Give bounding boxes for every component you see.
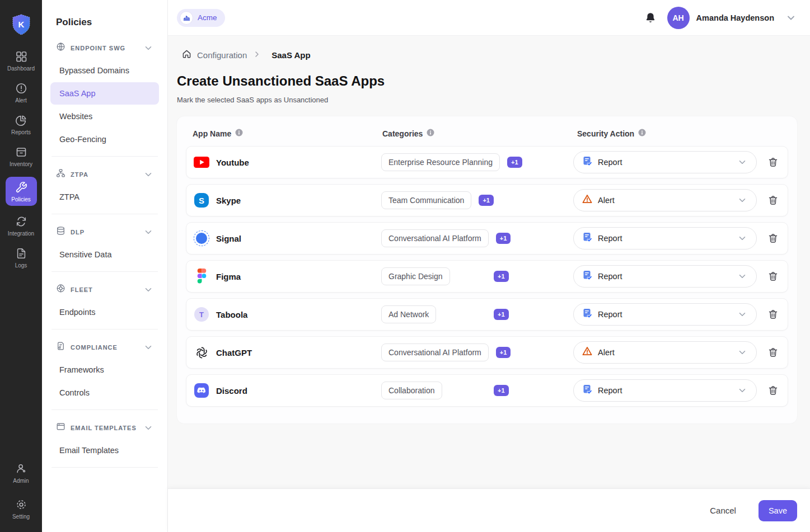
delete-row-button[interactable]	[765, 230, 781, 246]
sidebar-item-sensitive-data[interactable]: Sensitive Data	[50, 243, 159, 266]
sidebar-item-geo-fencing[interactable]: Geo-Fencing	[50, 128, 159, 150]
org-switcher[interactable]: Acme	[177, 9, 225, 27]
extra-categories-badge[interactable]: +1	[496, 233, 511, 244]
document-gear-icon	[56, 341, 65, 353]
category-chip: Team Communication	[381, 191, 471, 209]
gear-icon	[15, 498, 27, 511]
rail-item-dashboard[interactable]: Dashboard	[6, 49, 37, 73]
section-header-fleet[interactable]: FLEET	[50, 280, 159, 300]
section-header-email-templates[interactable]: EMAIL TEMPLATES	[50, 418, 159, 439]
sidebar-item-frameworks[interactable]: Frameworks	[50, 359, 159, 381]
chevron-down-icon[interactable]	[785, 12, 797, 23]
sidebar-item-controls[interactable]: Controls	[50, 382, 159, 404]
rail-item-policies[interactable]: Policies	[6, 177, 37, 206]
delete-row-button[interactable]	[765, 154, 781, 170]
page-content: Configuration SaaS App Create Unsanction…	[168, 36, 810, 488]
column-security-action: Security Action	[573, 129, 749, 138]
chevron-down-icon	[737, 347, 747, 357]
extra-categories-badge[interactable]: +1	[496, 347, 511, 358]
rail-item-reports[interactable]: Reports	[6, 113, 37, 136]
chevron-down-icon[interactable]	[143, 423, 153, 433]
table-row-youtube: Youtube Enterprise Resource Planning +1 …	[186, 146, 788, 178]
security-action-select[interactable]: Report	[573, 151, 757, 173]
security-action-select[interactable]: Alert	[573, 189, 757, 211]
extra-categories-badge[interactable]: +1	[479, 195, 494, 206]
breadcrumb-configuration[interactable]: Configuration	[197, 50, 247, 60]
extra-categories-badge[interactable]: +1	[494, 385, 509, 396]
table-row-figma: Figma Graphic Design +1 Report	[186, 260, 788, 293]
sidebar-item-endpoints[interactable]: Endpoints	[50, 301, 159, 323]
rail-item-label: Setting	[12, 514, 30, 520]
section-label: ZTPA	[71, 171, 88, 178]
home-icon[interactable]	[182, 49, 191, 61]
sidebar-section-compliance: COMPLIANCE Frameworks Controls	[50, 337, 159, 404]
brand-logo[interactable]: K	[11, 13, 32, 38]
chevron-down-icon	[737, 233, 747, 243]
save-button[interactable]: Save	[759, 500, 797, 521]
app-name: Signal	[216, 234, 241, 243]
delete-row-button[interactable]	[765, 192, 781, 208]
rail-item-label: Reports	[11, 129, 31, 135]
cancel-button[interactable]: Cancel	[704, 501, 742, 520]
rail-item-integration[interactable]: Integration	[6, 214, 37, 238]
info-icon[interactable]	[235, 129, 243, 138]
divider	[51, 156, 158, 157]
sidebar-section-email-templates: EMAIL TEMPLATES Email Templates	[50, 418, 159, 462]
extra-categories-badge[interactable]: +1	[494, 309, 509, 320]
column-label: Security Action	[577, 129, 634, 138]
chevron-down-icon[interactable]	[143, 285, 153, 295]
chevron-right-icon	[252, 50, 261, 61]
rail-item-admin[interactable]: Admin	[6, 462, 37, 485]
security-action-select[interactable]: Alert	[573, 341, 757, 364]
signal-icon	[193, 230, 210, 246]
chevron-down-icon[interactable]	[143, 170, 153, 180]
svg-text:K: K	[18, 20, 24, 29]
security-action-select[interactable]: Report	[573, 303, 757, 326]
globe-lock-icon	[56, 42, 65, 54]
chevron-down-icon[interactable]	[143, 43, 153, 53]
app-name: Figma	[216, 272, 241, 281]
breadcrumb: Configuration SaaS App	[176, 49, 798, 61]
table-row-signal: Signal Conversational AI Platform +1 Rep…	[186, 222, 788, 255]
section-header-ztpa[interactable]: ZTPA	[50, 164, 159, 185]
section-header-dlp[interactable]: DLP	[50, 222, 159, 243]
section-header-endpoint-swg[interactable]: ENDPOINT SWG	[50, 38, 159, 59]
sidebar-item-saas-app[interactable]: SaaS App	[50, 82, 159, 105]
section-label: FLEET	[71, 286, 93, 293]
topbar-right: AH Amanda Haydenson	[644, 7, 797, 29]
section-header-compliance[interactable]: COMPLIANCE	[50, 337, 159, 358]
rail-item-logs[interactable]: Logs	[6, 246, 37, 270]
security-action-value: Report	[598, 386, 622, 395]
extra-categories-badge[interactable]: +1	[494, 271, 509, 282]
extra-categories-badge[interactable]: +1	[507, 157, 522, 168]
delete-row-button[interactable]	[765, 269, 781, 284]
chevron-down-icon[interactable]	[143, 227, 153, 237]
rail-item-inventory[interactable]: Inventory	[6, 145, 37, 168]
sidebar-item-websites[interactable]: Websites	[50, 105, 159, 128]
sidebar-item-bypassed-domains[interactable]: Bypassed Domains	[50, 59, 159, 82]
divider	[51, 467, 158, 468]
category-chip: Ad Network	[381, 305, 436, 323]
report-icon	[582, 308, 593, 321]
security-action-value: Alert	[598, 348, 615, 357]
security-action-select[interactable]: Report	[573, 379, 757, 402]
section-label: ENDPOINT SWG	[71, 45, 125, 51]
chevron-down-icon	[737, 309, 747, 319]
info-icon[interactable]	[427, 129, 434, 138]
delete-row-button[interactable]	[765, 345, 781, 360]
sidebar-item-ztpa[interactable]: ZTPA	[50, 186, 159, 208]
app-name: Discord	[216, 386, 247, 396]
rail-item-label: Policies	[11, 196, 30, 203]
notifications-bell-icon[interactable]	[644, 11, 657, 25]
pie-chart-icon	[15, 114, 27, 126]
sidebar-item-email-templates[interactable]: Email Templates	[50, 439, 159, 462]
delete-row-button[interactable]	[765, 307, 781, 322]
rail-item-alert[interactable]: Alert	[6, 81, 37, 105]
security-action-select[interactable]: Report	[573, 265, 757, 288]
user-menu[interactable]: AH Amanda Haydenson	[667, 7, 797, 29]
delete-row-button[interactable]	[765, 383, 781, 398]
chevron-down-icon[interactable]	[143, 342, 153, 352]
rail-item-setting[interactable]: Setting	[6, 497, 37, 521]
info-icon[interactable]	[638, 129, 646, 138]
security-action-select[interactable]: Report	[573, 227, 757, 249]
